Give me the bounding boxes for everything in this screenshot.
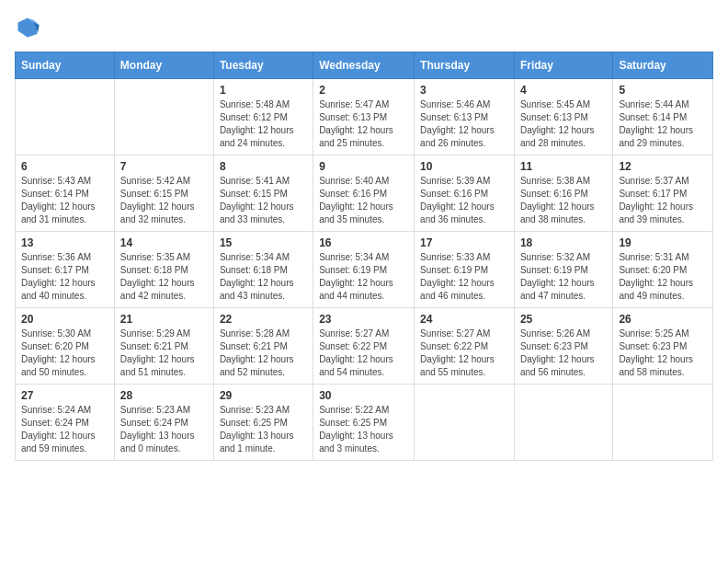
day-number: 19	[619, 236, 707, 249]
day-info: Sunrise: 5:32 AM Sunset: 6:19 PM Dayligh…	[520, 251, 607, 303]
header-monday: Monday	[114, 52, 213, 79]
header-wednesday: Wednesday	[313, 52, 415, 79]
day-info: Sunrise: 5:27 AM Sunset: 6:22 PM Dayligh…	[319, 327, 408, 379]
day-number: 23	[319, 313, 408, 326]
day-info: Sunrise: 5:37 AM Sunset: 6:17 PM Dayligh…	[619, 175, 707, 226]
day-info: Sunrise: 5:31 AM Sunset: 6:20 PM Dayligh…	[619, 251, 707, 303]
logo-icon	[15, 15, 40, 40]
day-info: Sunrise: 5:35 AM Sunset: 6:18 PM Dayligh…	[120, 251, 208, 303]
day-info: Sunrise: 5:25 AM Sunset: 6:23 PM Dayligh…	[619, 327, 707, 379]
day-info: Sunrise: 5:28 AM Sunset: 6:21 PM Dayligh…	[220, 327, 307, 379]
day-info: Sunrise: 5:33 AM Sunset: 6:19 PM Dayligh…	[420, 251, 508, 303]
logo	[15, 15, 44, 40]
header-friday: Friday	[514, 52, 612, 79]
day-number: 6	[21, 160, 108, 173]
calendar-cell: 2Sunrise: 5:47 AM Sunset: 6:13 PM Daylig…	[313, 79, 415, 155]
calendar-cell: 6Sunrise: 5:43 AM Sunset: 6:14 PM Daylig…	[16, 155, 115, 232]
day-number: 18	[520, 236, 607, 249]
calendar-cell: 17Sunrise: 5:33 AM Sunset: 6:19 PM Dayli…	[415, 232, 515, 308]
day-number: 16	[319, 236, 408, 249]
calendar-cell: 12Sunrise: 5:37 AM Sunset: 6:17 PM Dayli…	[613, 155, 713, 232]
day-info: Sunrise: 5:39 AM Sunset: 6:16 PM Dayligh…	[420, 175, 508, 226]
calendar-cell: 28Sunrise: 5:23 AM Sunset: 6:24 PM Dayli…	[114, 385, 213, 461]
calendar-header-row: SundayMondayTuesdayWednesdayThursdayFrid…	[16, 52, 713, 79]
day-number: 7	[120, 160, 208, 173]
calendar-cell	[613, 385, 713, 461]
day-info: Sunrise: 5:43 AM Sunset: 6:14 PM Dayligh…	[21, 175, 108, 226]
calendar-cell: 16Sunrise: 5:34 AM Sunset: 6:19 PM Dayli…	[313, 232, 415, 308]
calendar-cell	[514, 385, 612, 461]
header-sunday: Sunday	[16, 52, 115, 79]
day-number: 5	[619, 84, 707, 97]
day-info: Sunrise: 5:36 AM Sunset: 6:17 PM Dayligh…	[21, 251, 108, 303]
day-info: Sunrise: 5:30 AM Sunset: 6:20 PM Dayligh…	[21, 327, 108, 379]
day-number: 20	[21, 313, 108, 326]
day-number: 28	[120, 389, 208, 402]
day-number: 15	[220, 236, 307, 249]
day-number: 27	[21, 389, 108, 402]
calendar-cell: 5Sunrise: 5:44 AM Sunset: 6:14 PM Daylig…	[613, 79, 713, 155]
calendar-cell: 23Sunrise: 5:27 AM Sunset: 6:22 PM Dayli…	[313, 308, 415, 385]
day-number: 8	[220, 160, 307, 173]
day-number: 4	[520, 84, 607, 97]
day-info: Sunrise: 5:45 AM Sunset: 6:13 PM Dayligh…	[520, 98, 607, 150]
calendar-cell: 29Sunrise: 5:23 AM Sunset: 6:25 PM Dayli…	[213, 385, 313, 461]
calendar-cell: 9Sunrise: 5:40 AM Sunset: 6:16 PM Daylig…	[313, 155, 415, 232]
day-info: Sunrise: 5:48 AM Sunset: 6:12 PM Dayligh…	[220, 98, 307, 150]
week-row-4: 27Sunrise: 5:24 AM Sunset: 6:24 PM Dayli…	[16, 385, 713, 461]
day-info: Sunrise: 5:34 AM Sunset: 6:18 PM Dayligh…	[220, 251, 307, 303]
day-number: 24	[420, 313, 508, 326]
day-number: 25	[520, 313, 607, 326]
calendar-cell: 1Sunrise: 5:48 AM Sunset: 6:12 PM Daylig…	[213, 79, 313, 155]
calendar-table: SundayMondayTuesdayWednesdayThursdayFrid…	[15, 52, 713, 461]
day-info: Sunrise: 5:40 AM Sunset: 6:16 PM Dayligh…	[319, 175, 408, 226]
day-info: Sunrise: 5:38 AM Sunset: 6:16 PM Dayligh…	[520, 175, 607, 226]
day-info: Sunrise: 5:26 AM Sunset: 6:23 PM Dayligh…	[520, 327, 607, 379]
day-number: 10	[420, 160, 508, 173]
calendar-cell: 4Sunrise: 5:45 AM Sunset: 6:13 PM Daylig…	[514, 79, 612, 155]
week-row-1: 6Sunrise: 5:43 AM Sunset: 6:14 PM Daylig…	[16, 155, 713, 232]
calendar-cell: 20Sunrise: 5:30 AM Sunset: 6:20 PM Dayli…	[16, 308, 115, 385]
day-info: Sunrise: 5:42 AM Sunset: 6:15 PM Dayligh…	[120, 175, 208, 226]
calendar-cell: 11Sunrise: 5:38 AM Sunset: 6:16 PM Dayli…	[514, 155, 612, 232]
calendar-cell: 7Sunrise: 5:42 AM Sunset: 6:15 PM Daylig…	[114, 155, 213, 232]
day-info: Sunrise: 5:34 AM Sunset: 6:19 PM Dayligh…	[319, 251, 408, 303]
calendar-cell: 3Sunrise: 5:46 AM Sunset: 6:13 PM Daylig…	[415, 79, 515, 155]
calendar-cell: 8Sunrise: 5:41 AM Sunset: 6:15 PM Daylig…	[213, 155, 313, 232]
day-number: 3	[420, 84, 508, 97]
calendar-cell: 19Sunrise: 5:31 AM Sunset: 6:20 PM Dayli…	[613, 232, 713, 308]
day-number: 17	[420, 236, 508, 249]
calendar-cell	[16, 79, 115, 155]
header-tuesday: Tuesday	[213, 52, 313, 79]
svg-marker-0	[18, 18, 38, 38]
day-number: 13	[21, 236, 108, 249]
day-number: 2	[319, 84, 408, 97]
day-number: 22	[220, 313, 307, 326]
calendar-cell: 30Sunrise: 5:22 AM Sunset: 6:25 PM Dayli…	[313, 385, 415, 461]
day-number: 14	[120, 236, 208, 249]
day-number: 21	[120, 313, 208, 326]
day-info: Sunrise: 5:44 AM Sunset: 6:14 PM Dayligh…	[619, 98, 707, 150]
calendar-cell	[415, 385, 515, 461]
week-row-2: 13Sunrise: 5:36 AM Sunset: 6:17 PM Dayli…	[16, 232, 713, 308]
day-number: 26	[619, 313, 707, 326]
day-number: 12	[619, 160, 707, 173]
calendar-cell: 22Sunrise: 5:28 AM Sunset: 6:21 PM Dayli…	[213, 308, 313, 385]
day-info: Sunrise: 5:24 AM Sunset: 6:24 PM Dayligh…	[21, 404, 108, 455]
calendar-cell: 27Sunrise: 5:24 AM Sunset: 6:24 PM Dayli…	[16, 385, 115, 461]
day-info: Sunrise: 5:41 AM Sunset: 6:15 PM Dayligh…	[220, 175, 307, 226]
day-info: Sunrise: 5:46 AM Sunset: 6:13 PM Dayligh…	[420, 98, 508, 150]
day-number: 11	[520, 160, 607, 173]
day-info: Sunrise: 5:23 AM Sunset: 6:25 PM Dayligh…	[220, 404, 307, 455]
calendar-cell: 14Sunrise: 5:35 AM Sunset: 6:18 PM Dayli…	[114, 232, 213, 308]
calendar-cell: 21Sunrise: 5:29 AM Sunset: 6:21 PM Dayli…	[114, 308, 213, 385]
header-saturday: Saturday	[613, 52, 713, 79]
day-number: 1	[220, 84, 307, 97]
day-info: Sunrise: 5:22 AM Sunset: 6:25 PM Dayligh…	[319, 404, 408, 455]
calendar-cell: 15Sunrise: 5:34 AM Sunset: 6:18 PM Dayli…	[213, 232, 313, 308]
day-number: 29	[220, 389, 307, 402]
day-info: Sunrise: 5:23 AM Sunset: 6:24 PM Dayligh…	[120, 404, 208, 455]
day-info: Sunrise: 5:29 AM Sunset: 6:21 PM Dayligh…	[120, 327, 208, 379]
day-info: Sunrise: 5:27 AM Sunset: 6:22 PM Dayligh…	[420, 327, 508, 379]
day-number: 30	[319, 389, 408, 402]
